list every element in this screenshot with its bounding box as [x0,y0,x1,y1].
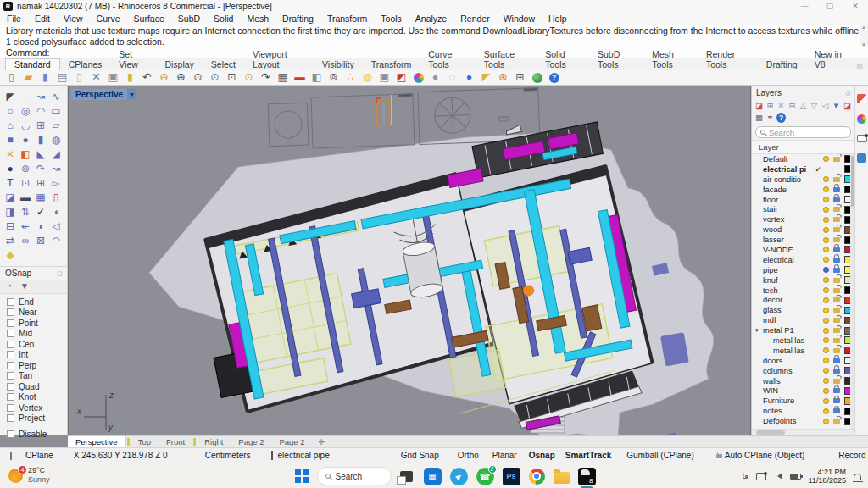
arc[interactable]: ◠ [33,103,48,118]
viewport-tab-page-2[interactable]: Page 2 [271,436,312,447]
current-layer-name[interactable]: electrical pipe [278,451,330,460]
layer-lock-icon[interactable] [833,379,840,384]
osnap-vertex-row[interactable]: Vertex [0,402,67,413]
layer-row-floor[interactable]: floor [752,195,854,205]
menu-solid[interactable]: Solid [207,14,240,24]
speaker-icon[interactable] [774,473,782,480]
layer-name[interactable]: stair [763,205,823,214]
osnap-tan-row[interactable]: Tan [0,371,67,382]
osnap-knot-checkbox[interactable] [7,393,14,401]
add-viewport-tab-button[interactable]: ✛ [313,438,331,446]
layer-row-tech[interactable]: tech [752,286,854,296]
layer-lock-icon[interactable] [833,247,840,252]
osnap-end-checkbox[interactable] [7,298,14,306]
menu-window[interactable]: Window [497,14,542,24]
layers-vertical-scrollbar[interactable] [850,154,854,429]
viewport-tab-icon[interactable] [857,135,867,142]
layer-lock-icon[interactable] [833,268,840,273]
layer-row-furniture[interactable]: Furniture [752,396,854,406]
extend[interactable]: ↝ [48,161,64,175]
chamfer[interactable]: ◢ [48,147,64,161]
toolbar-tab-curve-tools[interactable]: Curve Tools [420,49,476,70]
viewport-title[interactable]: Perspective ▼ [71,89,136,100]
copy-tool[interactable]: ↞ [18,219,33,233]
move-down-icon[interactable]: ▽ [810,101,819,110]
layer-lock-icon[interactable] [833,177,840,182]
layer-row-lasser[interactable]: lasser [752,235,854,245]
toolbar-tab-surface-tools[interactable]: Surface Tools [476,49,537,70]
layers-tab-icon[interactable] [857,94,866,103]
layer-visibility-bulb-icon[interactable] [823,388,829,394]
cylinder[interactable]: ▮ [33,132,48,147]
new-file-icon[interactable]: ▯ [4,71,19,85]
layer-lock-icon[interactable] [833,207,840,212]
flow[interactable]: ∞ [18,233,33,247]
minimize-button[interactable]: — [792,0,817,13]
layers-horizontal-scrollbar[interactable] [752,429,854,435]
layer-lock-icon[interactable] [833,157,840,162]
layer-name[interactable]: metal P1 [763,326,823,335]
layer-visibility-bulb-icon[interactable] [823,347,829,353]
viewport-tab-perspective[interactable]: Perspective [68,436,126,447]
layer-visibility-bulb-icon[interactable] [823,328,829,334]
layer-lock-icon[interactable] [833,398,840,403]
layer-lock-icon[interactable] [833,288,840,293]
paste-icon[interactable]: ▮ [123,71,137,85]
toolbar-tab-viewport-layout[interactable]: Viewport Layout [244,49,314,70]
perspective-viewport[interactable]: Perspective ▼ [68,86,751,435]
layer-lock-icon[interactable] [833,197,840,202]
menu-transform[interactable]: Transform [320,14,374,24]
command-history[interactable]: Library materials that use texture maps … [0,25,860,47]
cplane-button[interactable]: CPlane [25,451,53,460]
command-history-scrollbar[interactable]: ▲▼ [860,25,868,47]
osnap-near-checkbox[interactable] [7,308,14,316]
taskbar-search[interactable]: Search [317,467,392,485]
move[interactable]: ⊟ [3,219,18,233]
viewport-tab-top[interactable]: Top [131,436,159,447]
render-blue-icon[interactable]: ● [462,71,476,85]
constraints-icon[interactable]: ⊞ [513,71,527,85]
display-mode-icon[interactable]: ◧ [309,71,324,85]
layer-visibility-bulb-icon[interactable] [823,287,829,293]
layer-row-walls[interactable]: walls [752,376,854,386]
osnap-disable-row[interactable]: Disable [0,429,67,440]
zoom-dynamic-icon[interactable]: ⊙ [208,71,222,85]
status-toggle-ortho[interactable]: Ortho [458,451,479,460]
menu-render[interactable]: Render [453,14,496,24]
toolbar-tab-display[interactable]: Display [156,59,202,70]
menu-analyze[interactable]: Analyze [409,14,453,24]
layer-row-knuf[interactable]: knuf [752,275,854,286]
osnap-point-row[interactable]: Point [0,318,67,329]
mirror[interactable]: ◗ [33,219,48,233]
ellipse[interactable]: ◎ [18,103,33,118]
layer-row-glass[interactable]: glass [752,305,854,315]
viewport-title-dropdown-icon[interactable]: ▼ [127,89,136,100]
box[interactable]: ■ [3,132,18,147]
mesh[interactable]: ▦ [33,190,48,204]
orient-icon[interactable]: ⊚ [326,71,341,85]
render-preview-icon[interactable]: ◌ [445,71,459,85]
layer-visibility-bulb-icon[interactable] [823,156,829,162]
menu-tools[interactable]: Tools [374,14,409,24]
display-tab-icon[interactable] [857,114,866,124]
layer-row-electrical[interactable]: electrical [752,255,854,265]
delete-layer-icon[interactable]: ✕ [776,101,786,110]
point-cloud[interactable]: ⊚ [18,161,33,175]
layer-name[interactable]: mdf [763,316,823,324]
osnap-perp-row[interactable]: Perp [0,360,67,371]
layer-name[interactable]: air conditio [763,175,823,184]
weather-widget[interactable]: 4 29°C Sunny [8,466,50,485]
copy-icon[interactable]: ▣ [106,71,120,85]
undo-view-icon[interactable]: ↷ [259,71,273,85]
toolbar-options-icon[interactable]: ◍ [856,62,863,70]
current-layer-swatch[interactable] [271,451,273,460]
network-icon[interactable]: ∴ [343,71,358,85]
layer-row-v-node[interactable]: V-NODE [752,245,854,255]
layers-search-input[interactable]: Search [755,126,851,138]
solid-edit[interactable]: ◪ [3,190,18,204]
polygon[interactable]: ⌂ [3,118,18,132]
layer-visibility-bulb-icon[interactable] [823,368,829,374]
osnap-tan-checkbox[interactable] [7,372,14,380]
layer-name[interactable]: WIN [763,386,823,395]
layer-name[interactable]: facade [763,186,823,194]
